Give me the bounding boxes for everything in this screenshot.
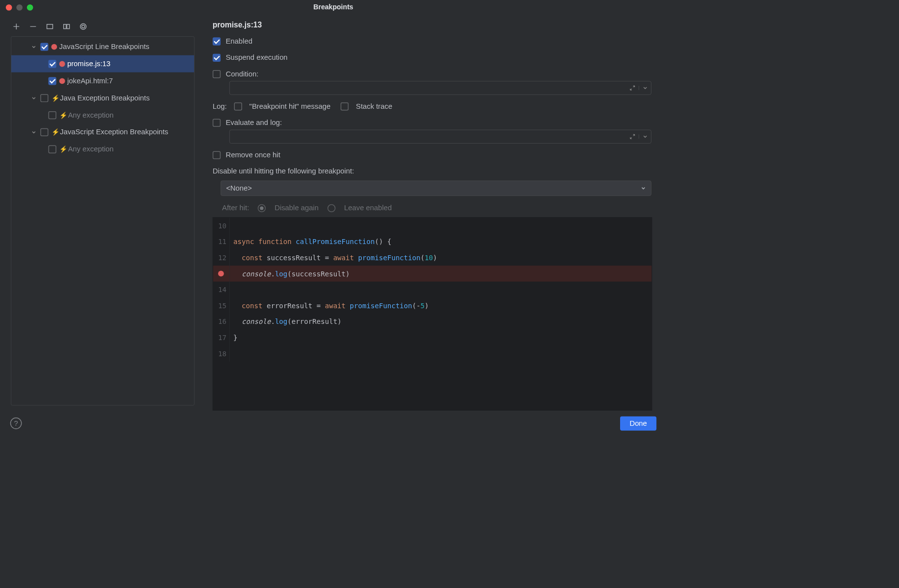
dropdown-icon[interactable]	[639, 134, 651, 139]
chevron-down-icon	[29, 129, 38, 134]
code-text: console.log(successResult)	[230, 266, 350, 282]
details-panel: promise.js:13 Enabled Suspend execution …	[205, 15, 667, 411]
expand-icon[interactable]	[626, 134, 639, 140]
code-line: 14	[213, 282, 652, 298]
remove-once-checkbox[interactable]	[213, 151, 221, 159]
svg-point-4	[82, 25, 85, 28]
code-line: 10	[213, 218, 652, 234]
code-line: console.log(successResult)	[213, 266, 652, 282]
svg-point-3	[80, 24, 86, 29]
chevron-down-icon	[29, 44, 38, 49]
tree-group-label: Java Exception Breakpoints	[60, 94, 150, 102]
sidebar: JavaScript Line Breakpoints promise.js:1…	[0, 15, 205, 411]
eval-log-input[interactable]	[230, 134, 626, 139]
disable-until-value: <None>	[226, 184, 252, 193]
dropdown-icon[interactable]	[639, 86, 651, 90]
option-suspend: Suspend execution	[213, 53, 652, 62]
breakpoint-dot-icon	[218, 270, 224, 276]
option-remove-once: Remove once hit	[213, 151, 652, 159]
group-by-class-icon[interactable]	[62, 22, 71, 31]
add-breakpoint-icon[interactable]	[12, 22, 21, 31]
after-hit-leave-radio[interactable]	[327, 204, 335, 212]
after-hit-label: After hit:	[222, 204, 249, 212]
tree-group-java-exc[interactable]: ⚡ Java Exception Breakpoints	[11, 89, 194, 106]
tree-group-js-line[interactable]: JavaScript Line Breakpoints	[11, 38, 194, 55]
eval-log-checkbox[interactable]	[213, 119, 221, 126]
code-text: const successResult = await promiseFunct…	[230, 249, 437, 266]
remove-once-label: Remove once hit	[225, 151, 280, 159]
done-button[interactable]: Done	[620, 416, 656, 430]
option-condition: Condition:	[213, 70, 652, 78]
tree-item-jokeapi[interactable]: jokeApi.html:7	[11, 73, 194, 90]
code-gutter: 10	[213, 218, 230, 234]
help-button[interactable]: ?	[10, 417, 22, 429]
code-text	[230, 218, 233, 234]
disable-until-select[interactable]: <None>	[221, 181, 651, 196]
group-js-line-checkbox[interactable]	[40, 43, 48, 50]
log-stack-label: Stack trace	[356, 102, 392, 110]
disable-until-label: Disable until hitting the following brea…	[213, 167, 652, 175]
tree-item-label: Any exception	[68, 111, 114, 119]
condition-input[interactable]	[230, 85, 626, 91]
expand-icon[interactable]	[626, 85, 639, 91]
code-gutter: 18	[213, 345, 230, 362]
exception-bolt-icon: ⚡	[51, 128, 59, 136]
log-label: Log:	[213, 102, 227, 110]
tree-item-js-any[interactable]: ⚡ Any exception	[11, 141, 194, 158]
titlebar: Breakpoints	[0, 0, 667, 15]
breakpoint-dot-icon	[51, 44, 57, 49]
code-line: 11async function callPromiseFunction() {	[213, 234, 652, 250]
tree-item-java-any[interactable]: ⚡ Any exception	[11, 106, 194, 123]
code-gutter: 12	[213, 249, 230, 266]
after-hit-row: After hit: Disable again Leave enabled	[222, 204, 652, 212]
log-hit-checkbox[interactable]	[234, 102, 242, 110]
item-jokeapi-checkbox[interactable]	[49, 77, 56, 85]
condition-checkbox[interactable]	[213, 70, 221, 78]
breakpoint-dot-icon	[59, 61, 65, 67]
group-by-file-icon[interactable]	[78, 22, 88, 31]
dialog-footer: ? Done	[0, 411, 667, 436]
enabled-checkbox[interactable]	[213, 37, 221, 45]
option-log-row: Log: "Breakpoint hit" message Stack trac…	[213, 102, 652, 110]
eval-log-field	[229, 130, 651, 144]
group-java-exc-checkbox[interactable]	[40, 94, 48, 102]
item-promise-checkbox[interactable]	[49, 60, 56, 68]
breakpoints-tree: JavaScript Line Breakpoints promise.js:1…	[11, 36, 194, 405]
option-enabled: Enabled	[213, 37, 652, 46]
code-text: const errorResult = await promiseFunctio…	[230, 297, 429, 314]
eval-log-label: Evaluate and log:	[225, 119, 282, 127]
log-hit-label: "Breakpoint hit" message	[250, 102, 331, 110]
tree-item-promise[interactable]: promise.js:13	[11, 55, 194, 73]
code-gutter	[213, 266, 230, 282]
code-text: console.log(errorResult)	[230, 314, 342, 330]
chevron-down-icon	[29, 96, 38, 100]
maximize-window-icon[interactable]	[27, 4, 33, 11]
remove-breakpoint-icon[interactable]	[28, 22, 38, 31]
log-stack-checkbox[interactable]	[341, 102, 349, 110]
window-controls	[6, 4, 33, 11]
code-text	[230, 345, 233, 362]
close-window-icon[interactable]	[6, 4, 12, 11]
after-hit-leave-label: Leave enabled	[344, 204, 392, 212]
tree-group-js-exc[interactable]: ⚡ JavaScript Exception Breakpoints	[11, 123, 194, 141]
tree-item-label: jokeApi.html:7	[67, 76, 113, 85]
after-hit-disable-radio[interactable]	[258, 204, 266, 212]
group-js-exc-checkbox[interactable]	[40, 128, 48, 136]
exception-bolt-icon: ⚡	[59, 111, 67, 119]
minimize-window-icon[interactable]	[16, 4, 23, 11]
exception-bolt-icon: ⚡	[59, 145, 67, 153]
item-js-any-checkbox[interactable]	[49, 145, 56, 153]
option-eval-log: Evaluate and log:	[213, 119, 652, 127]
after-hit-disable-label: Disable again	[275, 204, 319, 212]
svg-rect-1	[64, 24, 66, 29]
code-gutter: 14	[213, 282, 230, 298]
code-line: 16 console.log(errorResult)	[213, 314, 652, 330]
tree-group-label: JavaScript Line Breakpoints	[59, 43, 150, 51]
group-by-package-icon[interactable]	[45, 22, 54, 31]
tree-group-label: JavaScript Exception Breakpoints	[60, 128, 168, 136]
suspend-checkbox[interactable]	[213, 53, 221, 61]
chevron-down-icon	[641, 186, 646, 191]
item-java-any-checkbox[interactable]	[49, 111, 56, 119]
enabled-label: Enabled	[225, 37, 252, 46]
condition-label: Condition:	[225, 70, 258, 78]
